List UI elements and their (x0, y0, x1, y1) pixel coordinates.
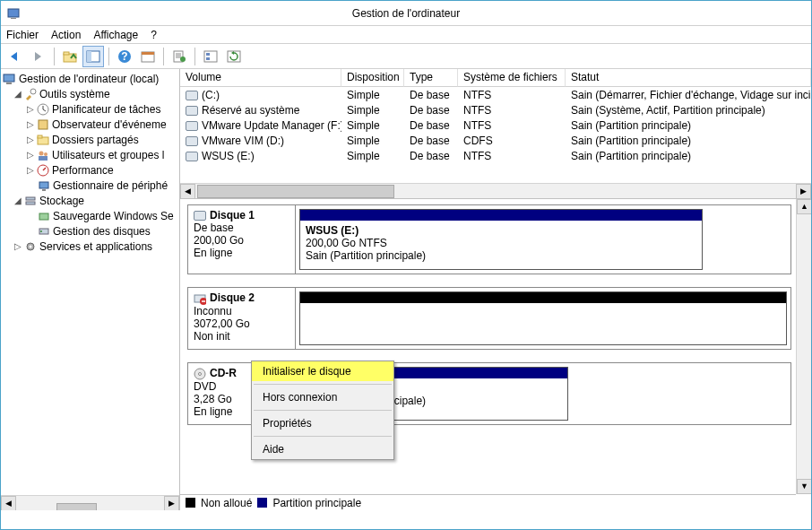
col-volume[interactable]: Volume (180, 69, 341, 87)
drive-icon (186, 121, 198, 131)
disk-vertical-scrollbar[interactable]: ▲ ▼ (796, 199, 811, 494)
svg-rect-16 (206, 53, 210, 56)
svg-rect-20 (6, 83, 12, 84)
table-row[interactable]: (C:)SimpleDe baseNTFSSain (Démarrer, Fic… (180, 87, 811, 102)
disk-info: Disque 2 Inconnu 3072,00 Go Non init (188, 288, 296, 349)
context-properties[interactable]: Propriétés (252, 413, 393, 433)
scrollbar-thumb[interactable] (197, 185, 394, 198)
col-disposition[interactable]: Disposition (341, 69, 404, 87)
tree-device-manager[interactable]: Gestionnaire de périphé (1, 178, 179, 193)
tree-shared-folders[interactable]: ▷Dossiers partagés (1, 132, 179, 147)
svg-rect-17 (206, 57, 210, 60)
table-row[interactable]: VMware VIM (D:)SimpleDe baseCDFSSain (Pa… (180, 133, 811, 148)
scroll-right-icon[interactable]: ▶ (164, 496, 179, 511)
tree-horizontal-scrollbar[interactable]: ◀ ▶ (1, 495, 179, 510)
expand-icon[interactable]: ▷ (24, 119, 36, 129)
menu-view[interactable]: Affichage (93, 29, 138, 41)
tree-storage[interactable]: ◢Stockage (1, 193, 179, 208)
tree-system-tools[interactable]: ◢ Outils système (1, 86, 179, 101)
drive-icon (186, 91, 198, 100)
context-help[interactable]: Aide (252, 439, 393, 459)
back-button[interactable] (4, 46, 26, 67)
forward-button[interactable] (28, 46, 49, 67)
context-offline[interactable]: Hors connexion (252, 387, 393, 407)
properties-button[interactable] (168, 46, 190, 67)
toolbar: ? (1, 44, 811, 69)
table-row[interactable]: WSUS (E:)SimpleDe baseNTFSSain (Partitio… (180, 148, 811, 163)
help-button[interactable]: ? (114, 46, 135, 67)
scroll-left-icon[interactable]: ◀ (180, 184, 195, 199)
partition-stripe (300, 292, 786, 303)
disk-icon (194, 211, 206, 221)
collapse-icon[interactable]: ◢ (12, 195, 23, 205)
scroll-right-icon[interactable]: ▶ (796, 184, 811, 199)
svg-rect-15 (204, 51, 217, 62)
disk-info: Disque 1 De base 200,00 Go En ligne (188, 205, 296, 274)
tools-icon (23, 87, 38, 101)
refresh-button[interactable] (223, 46, 245, 67)
svg-rect-1 (11, 18, 16, 19)
scroll-up-icon[interactable]: ▲ (797, 199, 811, 214)
menu-file[interactable]: Fichier (6, 29, 39, 41)
tree-root[interactable]: Gestion de l'ordinateur (local) (1, 71, 179, 86)
tree-disk-management[interactable]: Gestion des disques (1, 223, 179, 239)
expand-icon[interactable]: ▷ (24, 165, 36, 175)
tree-backup[interactable]: Sauvegarde Windows Se (1, 208, 179, 223)
cd-icon (194, 368, 206, 380)
calendar-button[interactable] (137, 46, 159, 67)
menu-action[interactable]: Action (51, 29, 81, 41)
legend-swatch-primary (257, 498, 267, 508)
app-icon (6, 6, 21, 21)
expand-icon[interactable]: ▷ (24, 135, 36, 144)
expand-icon[interactable]: ▷ (12, 241, 23, 251)
context-initialize-disk[interactable]: Initialiser le disque (252, 361, 393, 381)
disk-block[interactable]: Disque 2 Inconnu 3072,00 Go Non init Sai… (187, 287, 791, 350)
svg-rect-23 (39, 120, 48, 129)
menu-separator (254, 410, 392, 411)
scroll-left-icon[interactable]: ◀ (1, 496, 16, 511)
table-row[interactable]: Réservé au systèmeSimpleDe baseNTFSSain … (180, 102, 811, 117)
toolbar-separator (163, 48, 164, 65)
tree-event-viewer[interactable]: ▷Observateur d'événeme (1, 117, 179, 132)
expand-icon[interactable]: ▷ (24, 150, 36, 160)
col-status[interactable]: Statut (566, 69, 811, 87)
svg-rect-0 (8, 9, 19, 17)
clock-icon (36, 102, 50, 117)
collapse-icon[interactable]: ◢ (12, 89, 23, 99)
table-row[interactable]: VMware Update Manager (F:)SimpleDe baseN… (180, 117, 811, 133)
svg-rect-30 (39, 182, 48, 188)
services-icon (23, 239, 38, 254)
tree-scheduler[interactable]: ▷Planificateur de tâches (1, 101, 179, 117)
volume-table-header: Volume Disposition Type Système de fichi… (180, 69, 811, 87)
partition-unallocated[interactable]: Sain (Partition principale) (299, 291, 787, 345)
tree-users-groups[interactable]: ▷Utilisateurs et groupes l (1, 147, 179, 162)
window-title: Gestion de l'ordinateur (352, 7, 460, 20)
svg-point-42 (199, 372, 202, 375)
disk-error-icon (194, 292, 206, 305)
svg-point-26 (39, 151, 44, 155)
up-button[interactable] (59, 46, 81, 67)
menu-separator (254, 384, 392, 385)
svg-rect-3 (64, 52, 69, 55)
col-type[interactable]: Type (404, 69, 458, 87)
scrollbar-thumb[interactable] (56, 503, 97, 510)
partition[interactable]: WSUS (E:) 200,00 Go NTFS Sain (Partition… (299, 209, 703, 270)
toolbar-separator (108, 48, 109, 65)
tree-performance[interactable]: ▷Performance (1, 162, 179, 178)
disk-block[interactable]: Disque 1 De base 200,00 Go En ligne WSUS… (187, 204, 791, 274)
toolbar-separator (54, 48, 55, 65)
menu-help[interactable]: ? (151, 29, 157, 41)
svg-rect-28 (39, 156, 48, 161)
backup-icon (37, 209, 51, 223)
col-filesystem[interactable]: Système de fichiers (458, 69, 566, 87)
expand-icon[interactable]: ▷ (24, 104, 36, 114)
svg-rect-34 (39, 213, 48, 220)
scroll-down-icon[interactable]: ▼ (797, 479, 811, 494)
show-hide-tree-button[interactable] (82, 46, 104, 67)
drive-icon (186, 152, 198, 161)
tree-services-apps[interactable]: ▷Services et applications (1, 239, 179, 254)
volume-horizontal-scrollbar[interactable]: ◀ ▶ (180, 183, 811, 198)
svg-point-38 (30, 245, 32, 248)
menu-separator (254, 436, 392, 437)
disk-list-button[interactable] (200, 46, 221, 67)
